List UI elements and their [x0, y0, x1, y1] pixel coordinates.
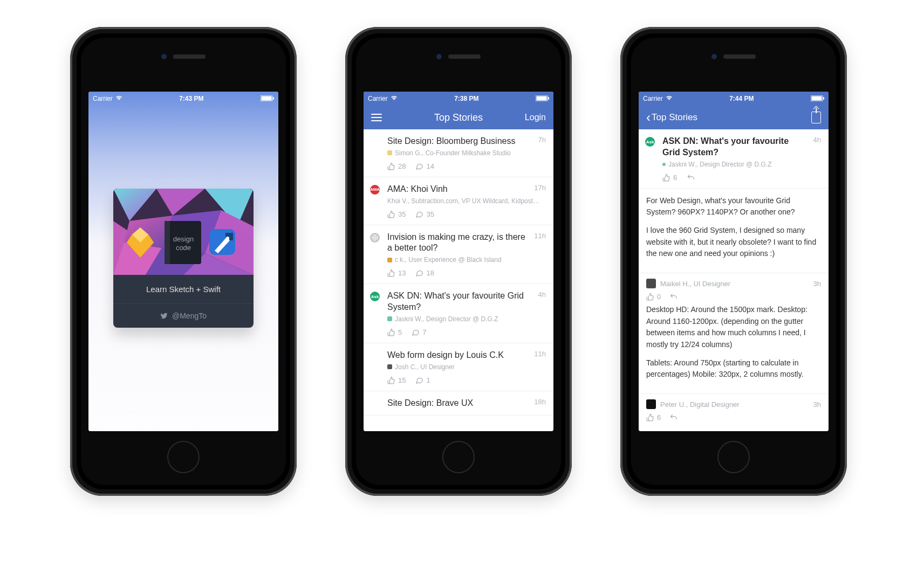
- phone-3: Carrier 7:44 PM ‹ Top Stories Ask ASK DN…: [620, 27, 847, 496]
- comment-time: 3h: [813, 280, 821, 288]
- story-author: Jaskni W., Design Director @ D.G.Z: [387, 315, 546, 323]
- screen-2: Carrier 7:38 PM Top Stories Login Site D…: [364, 92, 553, 431]
- menu-icon[interactable]: [371, 114, 382, 121]
- thread-author: Jaskni W., Design Director @ D.G.Z: [662, 161, 821, 168]
- avatar: [646, 399, 656, 409]
- comment-header: Peter U., Digital Designer3h6: [639, 394, 829, 424]
- reply-button[interactable]: [687, 174, 695, 182]
- comment-header: Maikel H., UI Designer3h0: [639, 273, 829, 303]
- story-time: 17h: [534, 184, 546, 192]
- author-dot: [662, 163, 666, 166]
- story-author: Josh C., UI Designer: [387, 363, 546, 371]
- battery-icon: [261, 95, 274, 102]
- svg-marker-4: [156, 189, 205, 216]
- comment: Maikel H., UI Designer3h0Desktop HD: Aro…: [639, 273, 829, 394]
- story-time: 7h: [538, 136, 546, 144]
- svg-marker-3: [113, 189, 156, 221]
- story-title: Site Design: Bloomberg Business: [387, 136, 546, 147]
- comment-author: Peter U., Digital Designer: [660, 400, 740, 409]
- like-button[interactable]: 15: [387, 376, 406, 384]
- story-author: Khoi V., Subtraction.com, VP UX Wildcard…: [387, 197, 546, 205]
- home-button[interactable]: [167, 441, 200, 473]
- svg-rect-2: [273, 97, 274, 100]
- comments-button[interactable]: 14: [415, 162, 434, 170]
- author-dot: [387, 150, 392, 155]
- like-button[interactable]: 35: [387, 210, 406, 218]
- login-button[interactable]: Login: [525, 113, 546, 122]
- author-dot: [387, 316, 392, 321]
- nav-bar: ‹ Top Stories: [639, 106, 829, 129]
- phone-1: Carrier 7:43 PM: [70, 27, 297, 496]
- promo-card[interactable]: design code Learn Sketch + Swift @MengTo: [113, 189, 254, 328]
- svg-rect-16: [165, 221, 170, 264]
- like-button[interactable]: 6: [646, 413, 661, 421]
- like-button[interactable]: 0: [646, 293, 661, 301]
- svg-rect-21: [537, 96, 547, 100]
- like-button[interactable]: 6: [662, 174, 677, 182]
- reply-button[interactable]: [669, 293, 678, 301]
- thread-header: Ask ASK DN: What's your favourite Grid S…: [639, 129, 829, 189]
- story-row[interactable]: Site Design: Bloomberg Business7hSimon G…: [364, 129, 553, 177]
- nav-bar: Top Stories Login: [364, 106, 553, 129]
- story-row[interactable]: Site Design: Brave UX18h: [364, 391, 553, 416]
- home-button[interactable]: [717, 441, 750, 473]
- carrier-label: Carrier: [93, 95, 113, 102]
- story-title: Invision is making me crazy, is there a …: [387, 232, 546, 254]
- ask-badge: Ask: [370, 292, 380, 301]
- share-icon[interactable]: [811, 112, 821, 123]
- stories-list[interactable]: Site Design: Bloomberg Business7hSimon G…: [364, 129, 553, 431]
- home-button[interactable]: [442, 441, 475, 473]
- wifi-icon: [391, 95, 398, 102]
- battery-icon: [811, 95, 824, 102]
- reply-button[interactable]: [669, 413, 678, 421]
- svg-rect-1: [262, 96, 272, 100]
- ama-badge: AMA: [370, 185, 380, 195]
- wifi-icon: [666, 95, 673, 102]
- thread-content[interactable]: Ask ASK DN: What's your favourite Grid S…: [639, 129, 829, 431]
- ask-badge: Ask: [645, 137, 655, 147]
- carrier-label: Carrier: [368, 95, 388, 102]
- svg-text:design: design: [173, 235, 194, 243]
- like-button[interactable]: 28: [387, 162, 406, 170]
- chevron-left-icon: ‹: [646, 110, 651, 125]
- story-author: c k., User Experience @ Black Island: [387, 256, 546, 264]
- wifi-icon: [115, 95, 122, 102]
- screen-3: Carrier 7:44 PM ‹ Top Stories Ask ASK DN…: [639, 92, 829, 431]
- clock: 7:44 PM: [729, 95, 754, 102]
- card-twitter-handle[interactable]: @MengTo: [113, 304, 254, 328]
- gradient-bg: Carrier 7:43 PM: [88, 92, 278, 431]
- back-button[interactable]: ‹ Top Stories: [646, 110, 711, 125]
- svg-text:code: code: [176, 244, 191, 252]
- nav-title: Top Stories: [398, 112, 519, 123]
- card-hero-image: design code: [113, 189, 254, 275]
- screen-1: Carrier 7:43 PM: [88, 92, 278, 431]
- like-button[interactable]: 13: [387, 269, 406, 277]
- comments-button[interactable]: 18: [415, 269, 434, 277]
- story-row[interactable]: Invision is making me crazy, is there a …: [364, 225, 553, 285]
- story-time: 11h: [534, 350, 546, 358]
- svg-rect-26: [823, 97, 824, 100]
- story-row[interactable]: Web form design by Louis C.K11hJosh C., …: [364, 343, 553, 391]
- carrier-label: Carrier: [643, 95, 663, 102]
- story-author: Simon G., Co-Founder Milkshake Studio: [387, 149, 546, 157]
- author-dot: [387, 258, 392, 262]
- story-title: ASK DN: What's your favourite Grid Syste…: [387, 290, 546, 313]
- author-dot: [387, 364, 392, 369]
- comment-time: 3h: [813, 400, 821, 409]
- clock: 7:43 PM: [179, 95, 203, 102]
- twitter-icon: [160, 312, 168, 320]
- story-title: Site Design: Brave UX: [387, 398, 546, 409]
- like-button[interactable]: 5: [387, 328, 402, 336]
- svg-rect-25: [812, 96, 822, 100]
- story-row[interactable]: AMAAMA: Khoi Vinh17hKhoi V., Subtraction…: [364, 177, 553, 225]
- svg-rect-22: [548, 97, 549, 100]
- comments-button[interactable]: 7: [412, 328, 426, 336]
- comments-button[interactable]: 1: [415, 376, 430, 384]
- comments-button[interactable]: 35: [415, 210, 434, 218]
- phone-row: Carrier 7:43 PM: [0, 0, 917, 496]
- story-title: AMA: Khoi Vinh: [387, 184, 546, 195]
- avatar: [646, 279, 656, 288]
- comment-body: Desktop HD: Around the 1500px mark. Desk…: [639, 303, 829, 394]
- story-row[interactable]: AskASK DN: What's your favourite Grid Sy…: [364, 284, 553, 343]
- clock: 7:38 PM: [454, 95, 478, 102]
